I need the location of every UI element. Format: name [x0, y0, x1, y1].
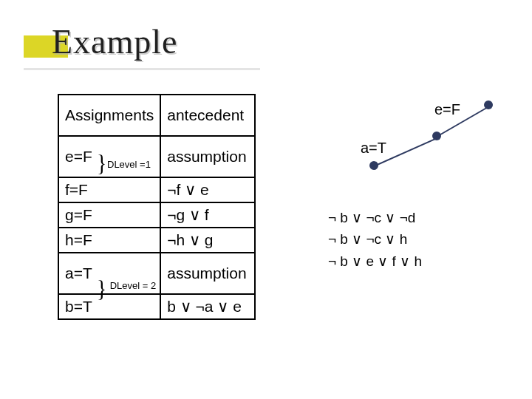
clause-list: ¬ b ∨ ¬c ∨ ¬d ¬ b ∨ ¬c ∨ h ¬ b ∨ e ∨ f ∨… [328, 207, 422, 272]
cell-assign: h=F [58, 228, 160, 253]
brace-icon: } [97, 276, 106, 302]
table-row: Assignments antecedent [58, 95, 255, 136]
dlevel-label-1: DLevel =1 [107, 160, 151, 170]
header-assignments: Assignments [58, 95, 160, 136]
clause-item: ¬ b ∨ e ∨ f ∨ h [328, 250, 422, 272]
dlevel-label-2: DLevel = 2 [109, 281, 157, 291]
table-row: a=T assumption [58, 253, 255, 294]
cell-ant: b ∨ ¬a ∨ e [160, 294, 255, 319]
title-underline [24, 68, 260, 70]
cell-assign: f=F [58, 177, 160, 202]
cell-assign: b=T [58, 294, 160, 319]
brace-icon: } [97, 151, 106, 177]
table-row: b=T b ∨ ¬a ∨ e [58, 294, 255, 319]
cell-assign: g=F [58, 202, 160, 228]
table-row: g=F ¬g ∨ f [58, 202, 255, 228]
cell-ant: ¬g ∨ f [160, 202, 255, 228]
implication-graph: e=F a=T [318, 95, 525, 205]
cell-ant: assumption [160, 136, 255, 177]
assignments-table: Assignments antecedent e=F assumption f=… [58, 94, 256, 320]
node-label-eF: e=F [434, 101, 460, 118]
node-label-aT: a=T [361, 140, 386, 157]
table-row: h=F ¬h ∨ g [58, 228, 255, 253]
cell-ant: assumption [160, 253, 255, 294]
clause-item: ¬ b ∨ ¬c ∨ h [328, 228, 422, 250]
title-wrap: Example Example [52, 22, 178, 61]
header-antecedent: antecedent [160, 95, 255, 136]
clause-item: ¬ b ∨ ¬c ∨ ¬d [328, 207, 422, 228]
table-row: e=F assumption [58, 136, 255, 177]
cell-assign: e=F [58, 136, 160, 177]
cell-ant: ¬f ∨ e [160, 177, 255, 202]
cell-ant: ¬h ∨ g [160, 228, 255, 253]
table-row: f=F ¬f ∨ e [58, 177, 255, 202]
slide: Example Example Assignments antecedent e… [0, 0, 532, 399]
page-title: Example [52, 22, 178, 61]
